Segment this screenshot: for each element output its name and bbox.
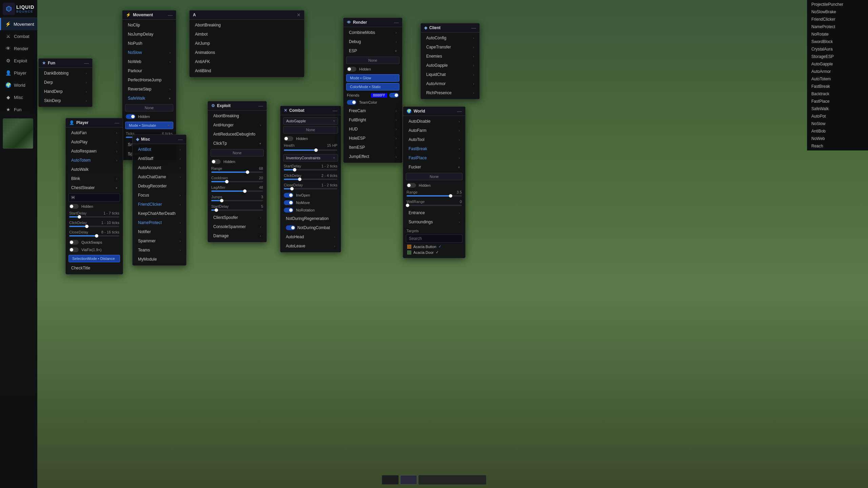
sidebar-item-misc[interactable]: ◆ Misc — [0, 91, 37, 103]
friends-toggle[interactable] — [389, 93, 399, 98]
right-item-noweb[interactable]: NoWeb — [807, 135, 868, 142]
norotation-switch[interactable] — [284, 208, 293, 212]
list-item[interactable]: AntiReducedDebugInfo — [209, 130, 265, 139]
sidebar-item-render[interactable]: 👁 Render — [0, 42, 37, 55]
sidebar-item-world[interactable]: 🌍 World — [0, 79, 37, 91]
right-item-projectilepuncher[interactable]: ProjectilePuncher — [807, 1, 868, 8]
right-item-reach[interactable]: Reach — [807, 142, 868, 150]
list-item[interactable]: AutoTool› — [405, 135, 464, 144]
lagafter-thumb[interactable] — [243, 189, 246, 193]
list-item[interactable]: HoleESP› — [345, 134, 401, 143]
world-wallrange-thumb[interactable] — [406, 204, 409, 207]
list-item-teams[interactable]: Teams› — [134, 246, 185, 255]
right-item-autogapple[interactable]: AutoGapple — [807, 60, 868, 68]
teamcolor-switch[interactable] — [347, 100, 356, 105]
list-item-friendclicker[interactable]: FriendClicker› — [134, 200, 185, 209]
exploit-range-thumb[interactable] — [246, 170, 249, 174]
list-item-clicktp[interactable]: ClickTp▾ — [209, 139, 265, 148]
list-item-autoleave[interactable]: AutoLeave› — [282, 242, 339, 250]
list-item[interactable]: Focus› — [134, 191, 185, 200]
list-item[interactable]: AbortBreaking — [209, 111, 265, 120]
list-item-checktitle[interactable]: CheckTitle — [67, 264, 121, 272]
jumps-thumb[interactable] — [220, 199, 223, 202]
list-item[interactable]: AbortBreaking — [191, 21, 303, 29]
startdelay-thumb[interactable] — [78, 215, 81, 219]
list-item[interactable]: NoJumpDelay — [124, 30, 175, 39]
list-item[interactable]: FullBright› — [345, 116, 401, 124]
list-item[interactable]: AutoAccount› — [134, 163, 185, 172]
list-item[interactable]: Aimbot — [191, 30, 303, 39]
quickswaps-switch[interactable] — [69, 240, 79, 245]
panel-render-close[interactable]: — — [394, 20, 399, 25]
list-item-autototem[interactable]: AutoTotem› — [67, 156, 121, 165]
list-item[interactable]: Animations — [191, 48, 303, 57]
list-item[interactable]: AutoDisable› — [405, 117, 464, 126]
list-item[interactable]: AutoGapple› — [422, 61, 478, 70]
list-item[interactable]: AntiAFK — [191, 57, 303, 66]
list-item[interactable]: SkinDerp› — [40, 96, 91, 105]
combat-closedelay-thumb[interactable] — [290, 187, 294, 190]
list-item[interactable]: Spammer› — [134, 237, 185, 245]
right-item-autototem[interactable]: AutoTotem — [807, 75, 868, 83]
combat-inv-constraints[interactable]: InventoryConstraints ▾ — [283, 154, 338, 162]
bottom-tab-2[interactable] — [400, 475, 417, 485]
panel-a-close[interactable]: ✕ — [297, 13, 301, 17]
panel-client-header[interactable]: ◆ Client — — [421, 23, 479, 33]
combat-clickdelay-thumb[interactable] — [298, 178, 301, 181]
list-item-esp[interactable]: ESP▾ — [345, 46, 401, 55]
panel-a-header[interactable]: A ✕ — [190, 11, 304, 20]
right-item-backtrack[interactable]: Backtrack — [807, 90, 868, 98]
list-item[interactable]: DebugRecorder — [134, 182, 185, 190]
list-item[interactable]: AirJump — [191, 39, 303, 48]
right-item-friendclicker[interactable]: FriendClicker — [807, 16, 868, 23]
list-item[interactable]: CapeTransfer› — [422, 43, 478, 52]
combat-autogapple-select[interactable]: AutoGapple ▾ — [283, 117, 338, 125]
list-item-fastplace[interactable]: FastPlace› — [405, 154, 464, 162]
list-item-entrance[interactable]: Entrance› — [405, 208, 464, 217]
sidebar-item-fun[interactable]: ★ Fun — [0, 103, 37, 116]
render-colormode-btn[interactable]: ColorMode • Static › — [346, 83, 399, 90]
right-item-storageesp[interactable]: StorageESP — [807, 53, 868, 60]
list-item[interactable]: ConsoleSpammer› — [209, 222, 265, 231]
list-item[interactable]: NoWeb› — [124, 57, 175, 66]
list-item-notduringcombat[interactable]: NotDuringCombat — [282, 223, 339, 232]
clickdelay-thumb[interactable] — [85, 225, 88, 228]
list-item-notduringregen[interactable]: NotDuringRegeneration — [282, 214, 339, 223]
bottom-tab-1[interactable] — [382, 475, 399, 485]
panel-misc-header[interactable]: ◆ Misc — — [133, 135, 186, 144]
render-hidden-switch[interactable] — [347, 67, 356, 72]
right-item-norotate[interactable]: NoRotate — [807, 30, 868, 38]
list-item[interactable]: CombineMobs› — [345, 28, 401, 37]
player-search-input[interactable] — [68, 194, 120, 202]
right-item-fastbreak[interactable]: FastBreak — [807, 83, 868, 90]
player-hidden-switch[interactable] — [69, 204, 79, 209]
combat-startdelay-thumb[interactable] — [293, 168, 296, 171]
movement-hidden-switch[interactable] — [126, 114, 135, 119]
list-item-nameprotect[interactable]: NameProtect› — [134, 218, 185, 227]
exploit-hidden-switch[interactable] — [211, 159, 221, 164]
list-item[interactable]: PerfectHorseJump — [124, 76, 175, 84]
list-item[interactable]: ItemESP› — [345, 143, 401, 152]
list-item[interactable]: HandDerp› — [40, 87, 91, 96]
list-item-cheststealer[interactable]: ChestStealer▾ — [67, 183, 121, 192]
panel-client-close[interactable]: — — [471, 25, 476, 30]
exploit-startdelay-thumb[interactable] — [215, 208, 218, 212]
list-item[interactable]: Derp› — [40, 78, 91, 87]
list-item[interactable]: KeepChatAfterDeath — [134, 209, 185, 218]
panel-exploit-close[interactable]: — — [258, 103, 263, 108]
render-none-btn[interactable]: None — [346, 57, 399, 64]
invopen-switch[interactable] — [284, 193, 293, 198]
list-item[interactable]: AutoWalk — [67, 165, 121, 174]
exploit-none-btn[interactable]: None — [211, 149, 264, 157]
list-item-antibot[interactable]: AntiBot› — [134, 145, 185, 154]
panel-movement-header[interactable]: ⚡ Movement — — [122, 11, 176, 20]
list-item[interactable]: AutoRespawn› — [67, 147, 121, 156]
list-item[interactable]: Notifier› — [134, 227, 185, 236]
list-item[interactable]: Blink› — [67, 174, 121, 183]
list-item-fucker[interactable]: Fucker▾ — [405, 163, 464, 171]
right-item-safewalk[interactable]: SafeWalk — [807, 105, 868, 113]
right-item-autopot[interactable]: AutoPot — [807, 113, 868, 120]
list-item[interactable]: HUD› — [345, 125, 401, 134]
list-item[interactable]: RichPresence› — [422, 88, 478, 97]
panel-combat-close[interactable]: — — [333, 108, 337, 113]
